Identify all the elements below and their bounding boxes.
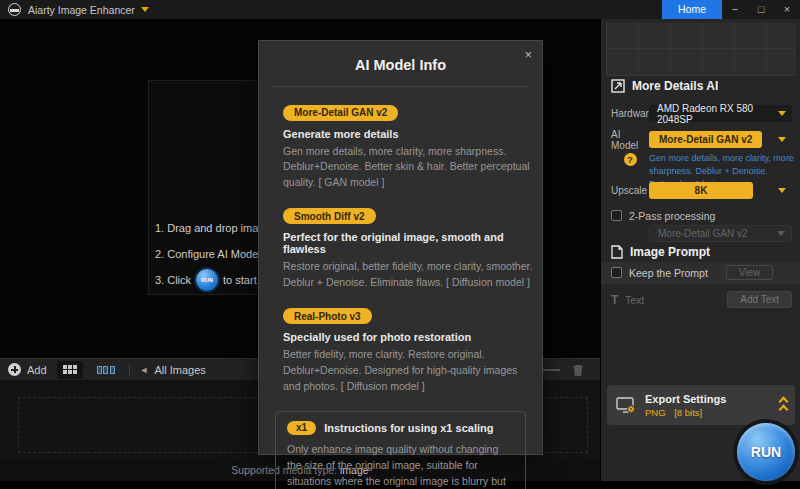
image-prompt-header: Image Prompt — [611, 245, 710, 259]
model-section-real-photo: Real-Photo v3 Specially used for photo r… — [283, 306, 524, 395]
titlebar: Aiarty Image Enhancer Home − □ × — [0, 0, 800, 19]
dialog-divider — [273, 86, 528, 87]
maximize-button[interactable]: □ — [748, 0, 774, 19]
home-button[interactable]: Home — [662, 0, 722, 19]
ai-model-row: AI Model More-Detail GAN v2 — [611, 131, 792, 148]
dialog-close-icon[interactable]: × — [524, 47, 532, 62]
settings-sidebar: More Details AI Hardware AMD Radeon RX 5… — [600, 19, 800, 489]
chevron-down-icon — [778, 188, 786, 193]
plus-circle-icon — [8, 363, 21, 376]
run-mini-icon: RUN — [196, 269, 218, 291]
ai-model-info-dialog: × AI Model Info More-Detail GAN v2 Gener… — [258, 40, 543, 455]
x1-scaling-note: x1 Instructions for using x1 scaling Onl… — [275, 411, 526, 489]
app-title: Aiarty Image Enhancer — [28, 4, 135, 16]
document-icon — [611, 245, 623, 259]
step-1: 1. Drag and drop image — [155, 215, 274, 241]
model-heading: Perfect for the original image, smooth a… — [283, 231, 524, 255]
model-body: Restore original, better fidelity, more … — [283, 259, 533, 291]
filmstrip-view-icon — [97, 366, 115, 374]
grid-view-button[interactable] — [57, 361, 83, 379]
ai-model-dropdown[interactable]: More-Detail GAN v2 — [649, 131, 792, 148]
model-badge: Real-Photo v3 — [283, 308, 372, 324]
text-tool-icon: T — [611, 293, 625, 307]
model-badge: More-Detail GAN v2 — [283, 105, 398, 121]
x1-note-body: Only enhance image quality without chang… — [287, 441, 514, 489]
close-button[interactable]: × — [774, 0, 800, 19]
add-button[interactable]: Add — [8, 363, 47, 376]
arrow-left-icon: ◄ — [140, 365, 149, 375]
two-pass-checkbox[interactable] — [611, 210, 622, 221]
help-icon[interactable]: ? — [624, 153, 637, 166]
upscale-dropdown[interactable]: 8K — [649, 182, 792, 199]
preview-grid-panel — [606, 23, 796, 76]
run-button[interactable]: RUN — [737, 423, 795, 481]
keep-prompt-checkbox[interactable] — [611, 267, 622, 278]
app-logo-icon — [8, 3, 21, 16]
model-section-more-detail-gan: More-Detail GAN v2 Generate more details… — [283, 102, 524, 191]
keep-prompt-row: Keep the Prompt View — [611, 264, 792, 281]
export-monitor-icon — [615, 396, 637, 414]
two-pass-row: 2-Pass processing — [611, 207, 792, 224]
export-bits: [8 bits] — [674, 407, 702, 418]
step-3: 3. Click RUN to start p — [155, 267, 274, 293]
two-pass-model-row: More-Detail GAN v2 — [649, 225, 792, 242]
export-settings-title: Export Settings — [645, 393, 726, 405]
onboarding-steps: 1. Drag and drop image 2. Configure AI M… — [155, 215, 274, 293]
hardware-dropdown[interactable]: AMD Radeon RX 580 2048SP — [649, 105, 792, 122]
chevron-down-icon — [777, 231, 785, 236]
step-2: 2. Configure AI Model ar — [155, 241, 274, 267]
chevron-down-icon — [778, 137, 786, 142]
collapse-chevron-icon[interactable] — [780, 398, 787, 413]
minimize-button[interactable]: − — [722, 0, 748, 19]
more-details-ai-header: More Details AI — [611, 79, 718, 93]
enlarge-icon — [611, 79, 625, 93]
upscale-row: Upscale 8K — [611, 182, 792, 199]
all-images-button[interactable]: ◄ All Images — [140, 364, 206, 376]
model-heading: Specially used for photo restoration — [283, 331, 524, 343]
model-heading: Generate more details — [283, 128, 524, 140]
text-row: T Text Add Text — [611, 291, 792, 308]
x1-badge: x1 — [287, 421, 316, 435]
two-pass-model-dropdown: More-Detail GAN v2 — [649, 225, 792, 242]
grid-view-icon — [63, 365, 77, 374]
trash-icon[interactable] — [572, 363, 584, 379]
model-badge: Smooth Diff v2 — [283, 208, 376, 224]
add-text-button[interactable]: Add Text — [727, 291, 792, 308]
filmstrip-view-button[interactable] — [93, 361, 119, 379]
dialog-title: AI Model Info — [259, 57, 542, 73]
x1-note-title: Instructions for using x1 scaling — [324, 422, 493, 434]
chevron-down-icon — [778, 111, 786, 116]
view-button[interactable]: View — [726, 265, 774, 280]
model-body: Gen more details, more clarity, more sha… — [283, 144, 533, 191]
model-section-smooth-diff: Smooth Diff v2 Perfect for the original … — [283, 206, 524, 291]
hardware-row: Hardware AMD Radeon RX 580 2048SP — [611, 105, 792, 122]
export-settings-card[interactable]: Export Settings PNG [8 bits] — [607, 385, 795, 425]
export-format: PNG — [645, 407, 666, 418]
app-menu-chevron-icon[interactable] — [141, 7, 149, 12]
toolbar-separator — [129, 364, 130, 376]
model-body: Better fidelity, more clarity. Restore o… — [283, 347, 533, 394]
